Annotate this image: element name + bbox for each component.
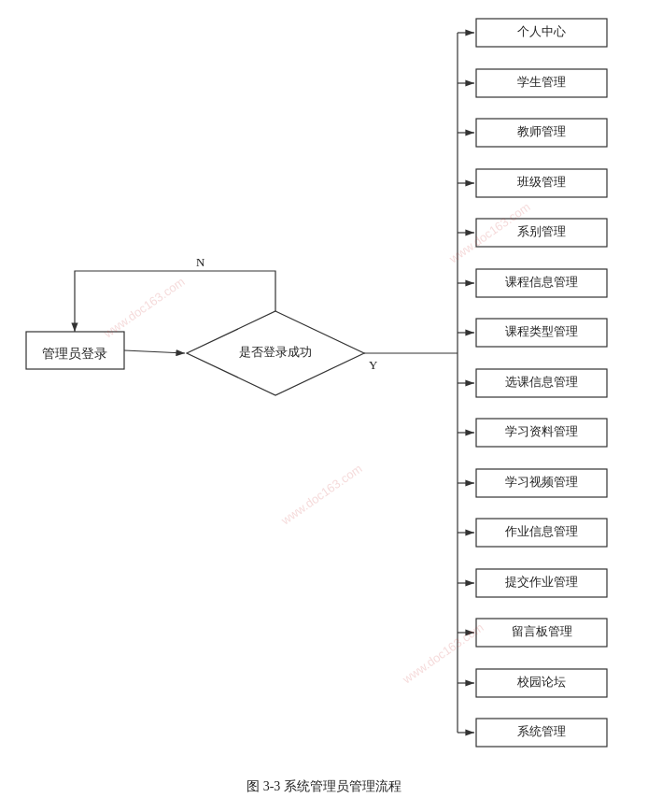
text-item-5: 系别管理 (517, 224, 566, 238)
text-item-2: 学生管理 (517, 75, 566, 89)
text-item-4: 班级管理 (517, 175, 566, 189)
text-item-14: 校园论坛 (516, 675, 566, 689)
admin-login-label: 管理员登录 (42, 347, 107, 361)
label-y: Y (369, 358, 378, 372)
text-item-3: 教师管理 (517, 124, 566, 138)
diagram-container: 管理员登录 是否登录成功 N Y 个人中心 (0, 0, 648, 766)
text-item-13: 留言板管理 (512, 624, 572, 638)
decision-label: 是否登录成功 (239, 345, 312, 359)
text-item-9: 学习资料管理 (505, 424, 578, 438)
flowchart: 管理员登录 是否登录成功 N Y 个人中心 (0, 0, 648, 766)
text-item-10: 学习视频管理 (505, 475, 578, 489)
arrow-n-loop (75, 271, 275, 332)
text-item-8: 选课信息管理 (505, 375, 578, 389)
text-item-7: 课程类型管理 (505, 324, 578, 338)
text-item-15: 系统管理 (517, 724, 566, 738)
text-item-6: 课程信息管理 (505, 275, 578, 289)
arrow-login-to-decision (124, 350, 185, 353)
text-item-11: 作业信息管理 (504, 524, 578, 538)
text-item-1: 个人中心 (517, 24, 566, 38)
caption: 图 3-3 系统管理员管理流程 (0, 778, 648, 795)
label-n: N (196, 255, 205, 269)
text-item-12: 提交作业管理 (505, 575, 578, 589)
